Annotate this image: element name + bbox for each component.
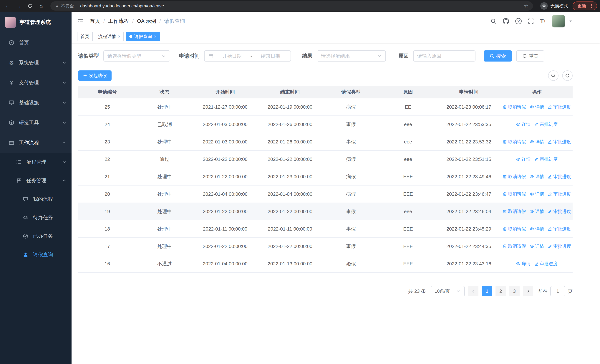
detail-link[interactable]: 详情: [530, 226, 544, 232]
table-row[interactable]: 19 处理中 2022-01-22 00:00:00 2022-01-22 00…: [78, 203, 572, 220]
approval-progress-link[interactable]: 审批进度: [548, 208, 571, 215]
fullscreen-icon[interactable]: [528, 18, 534, 24]
chevron-down-icon[interactable]: [569, 19, 572, 23]
cancel-leave-link[interactable]: 取消请假: [503, 243, 526, 249]
table-row[interactable]: 17 处理中 2022-01-22 00:00:00 2022-01-22 00…: [78, 238, 572, 255]
cell-leave-type: 病假: [322, 150, 379, 168]
table-row[interactable]: 21 处理中 2022-01-22 00:00:00 2022-01-23 00…: [78, 168, 572, 185]
page-size-select[interactable]: 10条/页: [431, 286, 465, 296]
cancel-leave-link[interactable]: 取消请假: [503, 139, 526, 145]
forward-icon[interactable]: →: [14, 1, 24, 11]
approval-progress-link[interactable]: 审批进度: [548, 139, 571, 145]
avatar[interactable]: [552, 15, 565, 28]
search-icon[interactable]: [490, 18, 497, 24]
approval-progress-link[interactable]: 审批进度: [548, 104, 571, 110]
approval-progress-link[interactable]: 审批进度: [534, 121, 558, 127]
cancel-leave-link[interactable]: 取消请假: [503, 104, 526, 110]
cell-status: 已取消: [136, 116, 193, 133]
close-icon[interactable]: ×: [118, 34, 121, 39]
table-row[interactable]: 20 处理中 2022-01-04 00:00:00 2022-01-04 00…: [78, 185, 572, 203]
home-icon[interactable]: ⌂: [36, 1, 46, 11]
cancel-leave-link[interactable]: 取消请假: [503, 174, 526, 180]
detail-link[interactable]: 详情: [516, 261, 531, 267]
font-size-icon[interactable]: TT: [540, 18, 546, 24]
sidebar-item-workflow[interactable]: 工作流程: [0, 133, 72, 153]
breadcrumb-item[interactable]: 首页: [90, 18, 100, 25]
table-row[interactable]: 24 已取消 2022-01-03 00:00:00 2022-01-26 00…: [78, 116, 572, 133]
breadcrumb-item[interactable]: OA 示例: [137, 18, 156, 25]
leave-type-select[interactable]: 请选择请假类型: [103, 50, 170, 62]
create-leave-button[interactable]: 发起请假: [78, 70, 112, 81]
back-icon[interactable]: ←: [3, 1, 13, 11]
sidebar-item-infrastructure[interactable]: 基础设施: [0, 93, 72, 113]
approval-progress-link[interactable]: 审批进度: [534, 156, 558, 162]
cancel-leave-link[interactable]: 取消请假: [503, 191, 526, 197]
apply-time-label: 申请时间: [179, 52, 200, 59]
sidebar-item-my-processes[interactable]: 我的流程: [0, 190, 72, 208]
tab-process-detail[interactable]: 流程详情 ×: [95, 32, 124, 41]
result-select[interactable]: 请选择流结果: [317, 50, 386, 62]
detail-link[interactable]: 详情: [530, 243, 544, 249]
detail-link[interactable]: 详情: [530, 191, 544, 197]
sidebar-item-process-management[interactable]: 流程管理: [0, 153, 72, 171]
table-row[interactable]: 22 通过 2022-01-22 00:00:00 2022-01-22 00:…: [78, 150, 572, 168]
sidebar-item-done-tasks[interactable]: 已办任务: [0, 227, 72, 245]
update-button[interactable]: 更新 ⋮: [572, 1, 597, 10]
approval-progress-link[interactable]: 审批进度: [548, 174, 571, 180]
monitor-icon: [8, 100, 15, 105]
cell-end-time: 2022-01-13 00:00:00: [258, 255, 322, 272]
reload-icon[interactable]: [25, 1, 35, 11]
goto-page-input[interactable]: [550, 286, 565, 296]
close-icon[interactable]: ×: [154, 34, 156, 39]
sidebar-item-system[interactable]: ⚙ 系统管理: [0, 53, 72, 73]
sidebar-item-task-management[interactable]: 任务管理: [0, 171, 72, 190]
cell-end-time: 2022-01-22 00:00:00: [258, 238, 322, 255]
table-row[interactable]: 16 不通过 2022-01-04 00:00:00 2022-01-13 00…: [78, 255, 572, 272]
cancel-leave-link[interactable]: 取消请假: [503, 226, 526, 232]
table-row[interactable]: 18 处理中 2022-01-11 00:00:00 2022-01-11 00…: [78, 220, 572, 238]
logo[interactable]: 芋道管理系统: [0, 12, 72, 33]
sidebar-item-devtools[interactable]: 研发工具: [0, 113, 72, 133]
page-button-2[interactable]: 2: [496, 286, 506, 296]
security-warning[interactable]: ▲ 不安全: [55, 3, 74, 9]
cell-reason: eee: [379, 116, 437, 133]
detail-link[interactable]: 详情: [516, 156, 531, 162]
github-icon[interactable]: [503, 18, 509, 24]
bookmark-star-icon[interactable]: ☆: [524, 3, 528, 9]
toggle-search-button[interactable]: [548, 70, 559, 81]
sidebar-toggle-icon[interactable]: [77, 18, 84, 24]
menu-kebab-icon[interactable]: ⋮: [589, 3, 594, 9]
reset-button[interactable]: 重置: [516, 50, 544, 62]
page-button-3[interactable]: 3: [509, 286, 520, 296]
approval-progress-link[interactable]: 审批进度: [548, 191, 571, 197]
cell-start-time: 2022-01-22 00:00:00: [193, 238, 258, 255]
cancel-leave-link[interactable]: 取消请假: [503, 208, 526, 215]
approval-progress-link[interactable]: 审批进度: [548, 243, 571, 249]
detail-link[interactable]: 详情: [516, 121, 531, 127]
detail-link[interactable]: 详情: [530, 174, 544, 180]
sidebar-item-todo-tasks[interactable]: 待办任务: [0, 208, 72, 227]
search-button[interactable]: 搜索: [484, 50, 512, 62]
detail-link[interactable]: 详情: [530, 104, 544, 110]
detail-link[interactable]: 详情: [530, 139, 544, 145]
url-text[interactable]: dashboard.yudao.iocoder.cn/bpm/oa/leave: [80, 3, 521, 9]
sidebar-item-leave-query[interactable]: 请假查询: [0, 245, 72, 264]
sidebar-item-home[interactable]: 首页: [0, 33, 72, 53]
tab-home[interactable]: 首页: [77, 32, 93, 41]
prev-page-button[interactable]: [468, 286, 478, 296]
approval-progress-link[interactable]: 审批进度: [548, 226, 571, 232]
page-button-1[interactable]: 1: [482, 286, 492, 296]
breadcrumb-item[interactable]: 工作流程: [108, 18, 129, 25]
approval-progress-link[interactable]: 审批进度: [534, 261, 558, 267]
next-page-button[interactable]: [523, 286, 533, 296]
help-icon[interactable]: ?: [515, 18, 522, 24]
table-row[interactable]: 25 处理中 2021-12-27 00:00:00 2022-01-19 00…: [78, 98, 572, 116]
sidebar-item-payment[interactable]: ¥ 支付管理: [0, 73, 72, 93]
address-bar[interactable]: ▲ 不安全 dashboard.yudao.iocoder.cn/bpm/oa/…: [50, 1, 533, 10]
table-row[interactable]: 23 处理中 2022-01-03 00:00:00 2022-01-26 00…: [78, 133, 572, 150]
tab-leave-query[interactable]: 请假查询 ×: [126, 32, 160, 41]
refresh-button[interactable]: [562, 70, 572, 81]
apply-time-range-picker[interactable]: 开始日期 - 结束日期: [204, 50, 291, 62]
reason-input[interactable]: 请输入原因: [413, 50, 476, 62]
detail-link[interactable]: 详情: [530, 208, 544, 215]
